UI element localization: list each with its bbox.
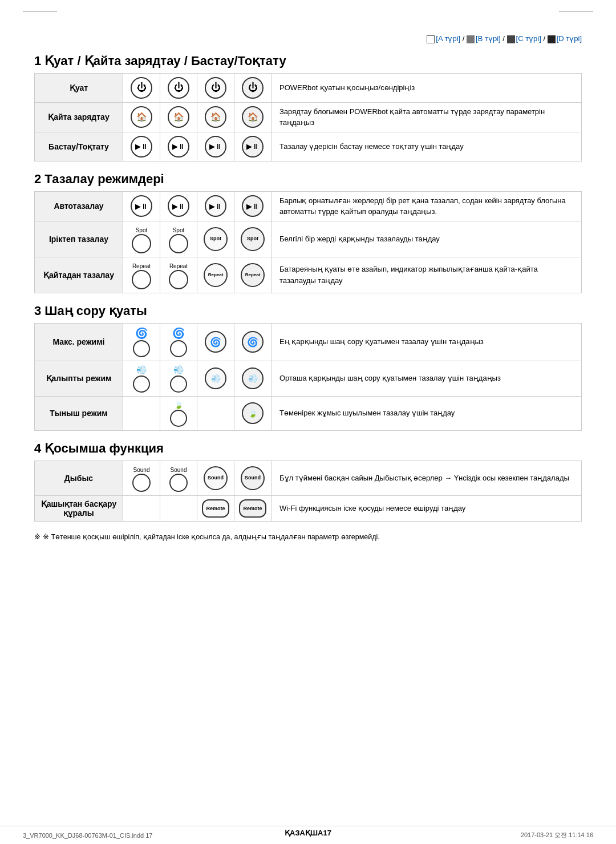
footer-center: ҚАЗАҚША17 [285, 829, 331, 837]
sound-circle-c: Sound [204, 466, 228, 490]
auto-symbol-a: ▶⏸ [135, 202, 148, 211]
remote-btn-c: Remote [202, 499, 229, 518]
charge-icon-c: 🏠 [205, 106, 226, 128]
table-row: Автотазалау ▶⏸ ▶⏸ ▶⏸ ▶⏸ Ба [35, 191, 582, 221]
row-label: Іріктеп тазалау [35, 221, 123, 257]
icon-cell-b: Sound [160, 461, 197, 495]
footnote: ※※ Төтенше қосқыш өшіріліп, қайтадан іск… [34, 532, 582, 543]
row-desc: Бұл түймені басқан сайын Дыбыстық әсерле… [271, 461, 582, 495]
icon-cell-a: 🏠 [123, 102, 160, 132]
icon-cell-c: 🌀 [197, 323, 234, 361]
page: [A түрі] / [B түрі] / [C түрі] / [D түрі… [0, 0, 616, 844]
row-desc: Wi-Fi функциясын іске қосуды немесе өшір… [271, 495, 582, 521]
charge-symbol-c: 🏠 [210, 112, 221, 122]
sep2: / [502, 34, 506, 43]
icon-cell-c: Spot [197, 221, 234, 257]
auto-icon-d: ▶⏸ [242, 195, 264, 217]
max-symbol-a: 🌀 [135, 327, 148, 340]
sound-label-b: Sound [171, 467, 187, 473]
icon-cell-d: Spot [234, 221, 271, 257]
icon-cell-a [123, 396, 160, 430]
spot-circle-c: Spot [204, 227, 228, 251]
repeat-label-b: Repeat [169, 263, 188, 269]
row-label: Қалыпты режим [35, 361, 123, 396]
section1-table: Қуат ⏻ ⏻ ⏻ ⏻ [34, 73, 582, 161]
icon-cell-b [160, 495, 197, 521]
footnote-star: ※ [34, 533, 40, 541]
icon-cell-a: Spot [123, 221, 160, 257]
normal-wrap-a: 💨 [133, 365, 150, 393]
charge-icon-b: 🏠 [168, 106, 189, 128]
row-desc: Барлық орнатылған жерлерді бір рет қана … [271, 191, 582, 221]
section3-table: Макс. режимі 🌀 🌀 🌀 [34, 323, 582, 431]
top-border-right [559, 11, 593, 12]
auto-icon-b: ▶⏸ [168, 195, 189, 217]
icon-cell-b: 🏠 [160, 102, 197, 132]
power-icon-c: ⏻ [205, 77, 226, 99]
row-desc: Зарядтау блогымен POWERbot қайта автомат… [271, 102, 582, 132]
row-desc: Белгілі бір жерді қарқынды тазалауды таң… [271, 221, 582, 257]
playstop-symbol-b: ▶⏸ [172, 142, 185, 151]
row-desc: Төменірек жұмыс шуылымен тазалау үшін та… [271, 396, 582, 430]
sound-wrap-b: Sound [169, 467, 188, 492]
row-desc: POWERbot қуатын қосыңыз/сөндіріңіз [271, 73, 582, 102]
spot-label-a: Spot [136, 227, 148, 233]
icon-cell-a: Sound [123, 461, 160, 495]
icon-cell-d: ▶⏸ [234, 191, 271, 221]
spot-label-b: Spot [173, 227, 185, 233]
row-label: Қуат [35, 73, 123, 102]
auto-symbol-d: ▶⏸ [246, 202, 260, 211]
footer: 3_VR7000_KK_DJ68-00763M-01_CIS.indd 17 Қ… [0, 826, 616, 844]
charge-icon-d: 🏠 [242, 106, 264, 128]
table-row: Дыбыс Sound Sound Sound [35, 461, 582, 495]
power-symbol-d: ⏻ [248, 82, 258, 94]
spot-wrap-a: Spot [132, 227, 151, 253]
icon-cell-d: ▶⏸ [234, 132, 271, 161]
sound-circle-d: Sound [241, 466, 265, 490]
repeat-text-c: Repeat [208, 272, 224, 278]
footnote-text: ※ Төтенше қосқыш өшіріліп, қайтадан іске… [43, 533, 380, 541]
icon-cell-b: 💨 [160, 361, 197, 396]
table-row: Қалыпты режим 💨 💨 💨 💨 [35, 361, 582, 396]
type-a-label: [A түрі] [436, 34, 460, 43]
icon-cell-c: Repeat [197, 257, 234, 293]
normal-circle-c: 💨 [205, 368, 226, 389]
row-label: Қашықтан басқару құралы [35, 495, 123, 521]
icon-cell-a: 🌀 [123, 323, 160, 361]
normal-circle-a [133, 375, 150, 393]
max-circle-b [170, 340, 187, 357]
playstop-symbol-d: ▶⏸ [246, 142, 260, 151]
sound-circle-a [132, 474, 151, 492]
row-label: Тыныш режим [35, 396, 123, 430]
icon-cell-d: Repeat [234, 257, 271, 293]
charge-symbol-b: 🏠 [173, 112, 184, 122]
sep1: / [463, 34, 467, 43]
quiet-circle-d: 🍃 [242, 402, 264, 424]
repeat-label-a: Repeat [132, 263, 151, 269]
type-d-label: [D түрі] [557, 34, 582, 43]
row-label: Қайта зарядтау [35, 102, 123, 132]
table-row: Бастау/Тоқтату ▶⏸ ▶⏸ ▶⏸ ▶⏸ [35, 132, 582, 161]
top-border-left [23, 11, 57, 12]
normal-circle-d: 💨 [242, 368, 264, 389]
icon-cell-b: Spot [160, 221, 197, 257]
repeat-circle-b [169, 270, 188, 289]
sound-wrap-a: Sound [132, 467, 151, 492]
icon-cell-d: 💨 [234, 361, 271, 396]
table-row: Қайтадан тазалау Repeat Repeat Repeat [35, 257, 582, 293]
charge-symbol-a: 🏠 [136, 112, 147, 122]
icon-cell-d: Sound [234, 461, 271, 495]
section3-title: 3 Шаң сору қуаты [34, 304, 582, 318]
quiet-circle-b [170, 410, 187, 427]
footer-left: 3_VR7000_KK_DJ68-00763M-01_CIS.indd 17 [23, 832, 153, 839]
normal-sym-c: 💨 [211, 374, 221, 383]
row-desc: Орташа қарқынды шаң сору қуатымен тазала… [271, 361, 582, 396]
max-sym-c: 🌀 [210, 337, 221, 348]
icon-cell-c: 🏠 [197, 102, 234, 132]
sep3: / [543, 34, 547, 43]
spot-circle-d: Spot [241, 227, 265, 251]
charge-icon-a: 🏠 [131, 106, 152, 128]
type-indicator: [A түрі] / [B түрі] / [C түрі] / [D түрі… [34, 34, 582, 43]
auto-symbol-b: ▶⏸ [172, 202, 185, 211]
icon-cell-c: ▶⏸ [197, 191, 234, 221]
